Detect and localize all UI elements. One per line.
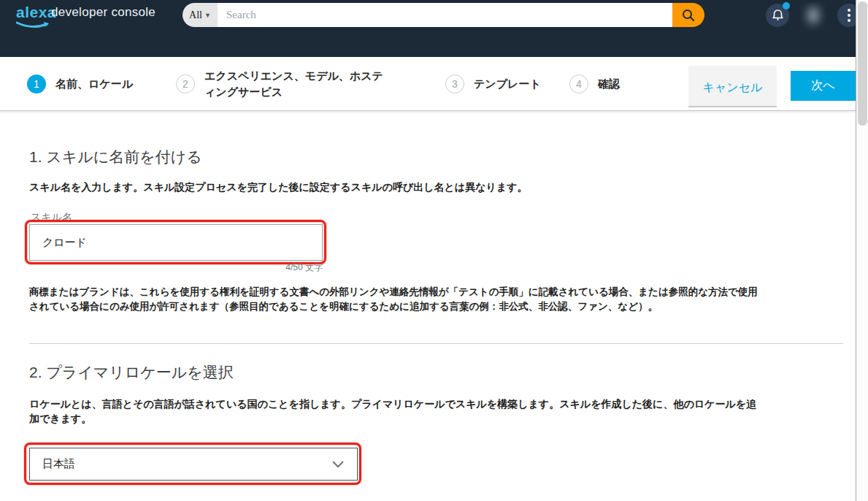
search-scope-label: All [189, 9, 202, 21]
wizard-step-4: 4 確認 [569, 57, 620, 111]
search-submit-button[interactable] [672, 3, 704, 27]
locale-select[interactable]: 日本語 [29, 448, 358, 481]
search-icon [682, 9, 695, 22]
scrollbar-thumb[interactable] [858, 1, 867, 126]
wizard-step-1: 1 名前、ロケール [27, 57, 133, 111]
skill-name-field-label: スキル名 [31, 211, 72, 224]
section-divider [29, 343, 843, 344]
alexa-smile-icon [16, 21, 51, 30]
skill-name-heading: 1. スキルに名前を付ける [29, 147, 202, 167]
locale-heading: 2. プライマリロケールを選択 [29, 362, 234, 383]
chevron-down-icon [332, 461, 344, 468]
skill-name-value: クロード [42, 236, 87, 250]
step-4-label: 確認 [598, 76, 620, 92]
trademark-note: 商標またはブランドは、これらを使用する権利を証明する文書への外部リンクや連絡先情… [29, 285, 767, 314]
skill-name-description: スキル名を入力します。スキル設定プロセスを完了した後に設定するスキルの呼び出し名… [29, 180, 781, 194]
alexa-logo-text: alexa [16, 4, 56, 20]
alexa-logo[interactable]: alexa [16, 4, 53, 30]
step-2-indicator: 2 [176, 74, 195, 93]
kebab-menu-icon [848, 9, 850, 22]
next-button[interactable]: 次へ [791, 71, 856, 101]
product-name: developer console [51, 5, 155, 20]
step-1-indicator: 1 [27, 74, 46, 93]
locale-description: ロケールとは、言語とその言語が話されている国のことを指します。プライマリロケール… [29, 397, 767, 426]
bell-icon [772, 9, 784, 22]
locale-selected-value: 日本語 [42, 457, 75, 471]
app-header: alexa developer console All ▼ [0, 0, 856, 57]
notifications-button[interactable] [766, 4, 789, 27]
wizard-step-3: 3 テンプレート [445, 57, 541, 111]
cancel-button[interactable]: キャンセル [688, 66, 777, 107]
user-avatar[interactable] [800, 2, 826, 31]
skill-name-input[interactable]: クロード [29, 224, 323, 261]
caret-down-icon: ▼ [204, 12, 211, 19]
wizard-step-2: 2 エクスペリエンス、モデル、ホスティングサービス [176, 57, 388, 111]
avatar-image [800, 2, 826, 31]
notification-badge [783, 2, 790, 9]
vertical-scrollbar[interactable] [856, 0, 868, 501]
wizard-step-bar: 1 名前、ロケール 2 エクスペリエンス、モデル、ホスティングサービス 3 テン… [0, 57, 856, 111]
search-input[interactable] [218, 3, 672, 27]
step-1-label: 名前、ロケール [55, 76, 133, 92]
char-counter: 4/50 文字 [29, 261, 323, 274]
search-bar: All ▼ [183, 3, 704, 27]
step-2-label: エクスペリエンス、モデル、ホスティングサービス [204, 68, 388, 100]
step-3-indicator: 3 [445, 74, 464, 93]
search-scope-dropdown[interactable]: All ▼ [183, 3, 218, 27]
step-3-label: テンプレート [474, 76, 541, 92]
step-4-indicator: 4 [569, 74, 588, 93]
